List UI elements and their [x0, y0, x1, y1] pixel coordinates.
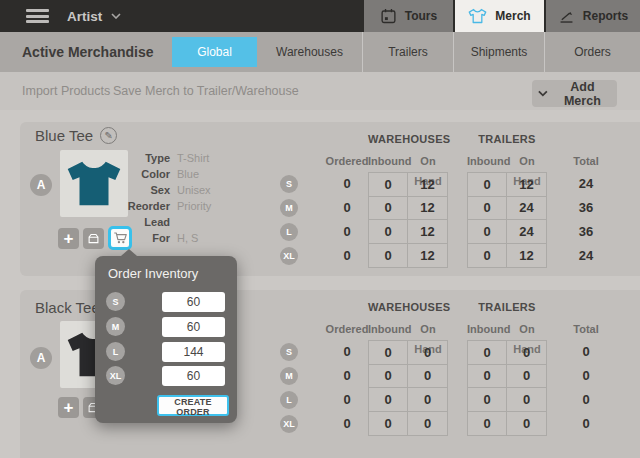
- attr-value: Unisex: [177, 182, 211, 198]
- table-cell: 0: [369, 220, 408, 244]
- tab-label: Reports: [583, 9, 628, 23]
- tab-label: Merch: [495, 9, 530, 23]
- attr-value: Blue: [177, 166, 199, 182]
- reports-icon: [558, 8, 575, 25]
- inventory-table: WAREHOUSES TRAILERS Ordered Inbound On H…: [272, 297, 612, 437]
- table-cell: 0: [327, 340, 367, 364]
- inventory-table: WAREHOUSES TRAILERS Ordered Inbound On H…: [272, 129, 612, 269]
- save-merch-link[interactable]: Save Merch to Trailer/Warehouse: [113, 72, 299, 110]
- trailers-cells: 0 12 0 24 0 24 0 12: [467, 172, 547, 268]
- subtab-orders[interactable]: Orders: [544, 32, 640, 72]
- table-cell: 0: [408, 341, 447, 365]
- warehouses-cells: 0 0 0 0 0 0 0 0: [368, 340, 448, 436]
- popup-title: Order Inventory: [108, 266, 198, 281]
- content: Blue Tee ✎ A +: [0, 110, 640, 458]
- table-cell: 0: [507, 388, 546, 412]
- order-inventory-popup: Order Inventory S M L XL CREATE ORDER: [95, 256, 237, 423]
- table-cell: 0: [468, 173, 507, 197]
- table-cell: 0: [369, 365, 408, 389]
- qty-input-s[interactable]: [162, 292, 225, 312]
- tab-merch[interactable]: Merch: [455, 0, 544, 32]
- table-cell-total: 24: [566, 244, 606, 268]
- table-cell: 0: [408, 365, 447, 389]
- table-cell: 0: [327, 388, 367, 412]
- table-cell-total: 0: [566, 388, 606, 412]
- add-inventory-button[interactable]: +: [58, 397, 79, 418]
- table-cell-total: 0: [566, 340, 606, 364]
- table-cell: 0: [468, 244, 507, 268]
- table-cell: 0: [327, 244, 367, 268]
- subtab-global[interactable]: Global: [172, 37, 257, 67]
- subtab-trailers[interactable]: Trailers: [362, 32, 453, 72]
- table-cell: 24: [507, 197, 546, 221]
- table-cell: 0: [327, 220, 367, 244]
- calendar-icon: [380, 8, 397, 25]
- table-cell: 12: [408, 244, 447, 268]
- subnav: Active Merchandise Global Warehouses Tra…: [0, 32, 640, 72]
- add-merch-button[interactable]: Add Merch: [532, 80, 617, 107]
- product-attributes: TypeT-Shirt ColorBlue SexUnisex ReorderP…: [40, 150, 250, 246]
- qty-input-m[interactable]: [162, 317, 225, 337]
- size-badge: XL: [280, 247, 298, 265]
- attr-label: For: [40, 230, 170, 246]
- table-cell: 12: [408, 220, 447, 244]
- table-cell: 0: [507, 412, 546, 436]
- subtab-warehouses[interactable]: Warehouses: [257, 32, 362, 72]
- table-cell: 0: [468, 197, 507, 221]
- table-cell: 0: [369, 412, 408, 436]
- tab-reports[interactable]: Reports: [546, 0, 640, 32]
- warehouses-group-header: WAREHOUSES: [368, 297, 448, 317]
- subtab-shipments[interactable]: Shipments: [453, 32, 544, 72]
- artist-badge: A: [30, 347, 52, 369]
- table-cell-total: 36: [566, 220, 606, 244]
- warehouses-cells: 0 12 0 12 0 12 0 12: [368, 172, 448, 268]
- import-products-link[interactable]: Import Products: [22, 72, 110, 110]
- edit-pencil-icon[interactable]: ✎: [100, 127, 117, 144]
- tab-tours[interactable]: Tours: [364, 0, 453, 32]
- qty-input-xl[interactable]: [162, 366, 225, 386]
- hamburger-menu-icon[interactable]: [26, 9, 49, 23]
- chevron-down-icon: [538, 90, 548, 97]
- col-header-total: Total: [561, 319, 611, 339]
- tshirt-icon: [468, 8, 487, 24]
- topbar: Artist Tours Merch: [0, 0, 640, 32]
- size-badge: L: [106, 342, 125, 361]
- actions-row: Import Products Save Merch to Trailer/Wa…: [0, 72, 640, 110]
- attr-label: Sex: [40, 182, 170, 198]
- table-cell: 0: [369, 388, 408, 412]
- col-header-onhand: On Hand: [505, 319, 549, 339]
- size-badge: XL: [280, 415, 298, 433]
- col-header-ordered: Ordered: [322, 151, 372, 171]
- col-header-onhand: On Hand: [406, 151, 450, 171]
- table-cell: 0: [468, 341, 507, 365]
- top-tabs: Tours Merch Reports: [362, 0, 640, 32]
- size-badge: S: [106, 292, 125, 311]
- table-cell: 0: [369, 244, 408, 268]
- size-badge: M: [106, 317, 125, 336]
- table-cell: 24: [507, 220, 546, 244]
- size-badge: L: [280, 223, 298, 241]
- attr-value: T-Shirt: [177, 150, 209, 166]
- table-cell: 0: [408, 388, 447, 412]
- qty-input-l[interactable]: [162, 342, 225, 362]
- artist-dropdown[interactable]: Artist: [67, 0, 121, 32]
- size-badge: XL: [106, 366, 125, 385]
- create-order-button[interactable]: CREATE ORDER: [157, 395, 229, 416]
- table-cell-total: 36: [566, 196, 606, 220]
- table-cell: 12: [507, 244, 546, 268]
- attr-label: Type: [40, 150, 170, 166]
- table-cell: 12: [408, 173, 447, 197]
- attr-label: Color: [40, 166, 170, 182]
- product-title-row: Blue Tee ✎: [35, 127, 117, 144]
- artist-label: Artist: [67, 9, 102, 24]
- table-cell: 0: [468, 220, 507, 244]
- table-cell: 12: [507, 173, 546, 197]
- trailers-group-header: TRAILERS: [467, 129, 547, 149]
- col-header-onhand: On Hand: [505, 151, 549, 171]
- table-cell: 12: [408, 197, 447, 221]
- table-cell: 0: [327, 364, 367, 388]
- app-window: Artist Tours Merch: [0, 0, 640, 458]
- size-badge: S: [280, 175, 298, 193]
- table-cell: 0: [507, 341, 546, 365]
- table-cell: 0: [369, 341, 408, 365]
